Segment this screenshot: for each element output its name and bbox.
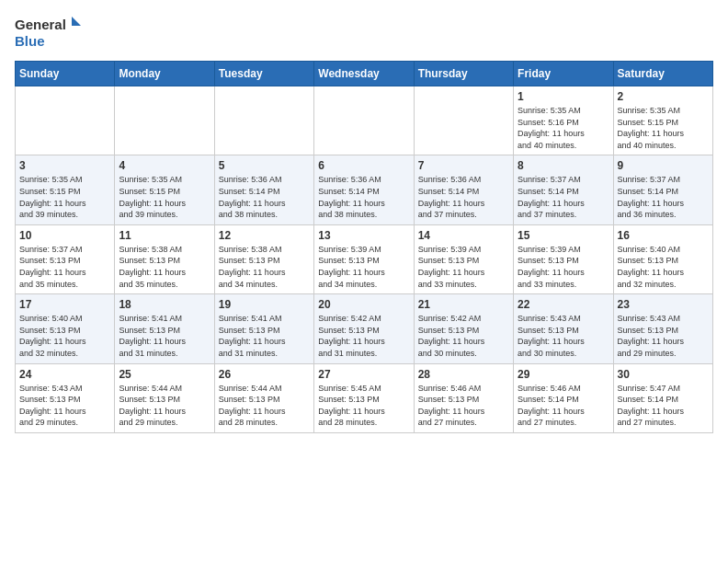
weekday-header-thursday: Thursday [414,62,513,86]
day-info: Sunrise: 5:44 AM Sunset: 5:13 PM Dayligh… [219,383,310,429]
svg-text:General: General [15,17,66,32]
logo-svg: General Blue [15,15,88,53]
day-number: 18 [119,298,210,311]
day-number: 14 [418,229,509,242]
day-info: Sunrise: 5:44 AM Sunset: 5:13 PM Dayligh… [119,383,210,429]
day-number: 4 [119,159,210,172]
day-number: 24 [19,368,110,381]
calendar-cell: 8Sunrise: 5:37 AM Sunset: 5:14 PM Daylig… [514,155,613,224]
day-info: Sunrise: 5:38 AM Sunset: 5:13 PM Dayligh… [119,244,210,290]
day-number: 2 [618,90,709,103]
calendar-week-row: 10Sunrise: 5:37 AM Sunset: 5:13 PM Dayli… [16,224,713,293]
calendar-cell: 27Sunrise: 5:45 AM Sunset: 5:13 PM Dayli… [314,363,414,432]
day-number: 5 [219,159,310,172]
day-info: Sunrise: 5:37 AM Sunset: 5:14 PM Dayligh… [618,174,709,220]
calendar-cell: 2Sunrise: 5:35 AM Sunset: 5:15 PM Daylig… [613,86,712,155]
day-number: 29 [518,368,609,381]
calendar-cell: 28Sunrise: 5:46 AM Sunset: 5:13 PM Dayli… [414,363,513,432]
day-number: 7 [418,159,509,172]
calendar-cell: 19Sunrise: 5:41 AM Sunset: 5:13 PM Dayli… [214,294,313,363]
calendar-cell: 1Sunrise: 5:35 AM Sunset: 5:16 PM Daylig… [514,86,613,155]
calendar-cell: 15Sunrise: 5:39 AM Sunset: 5:13 PM Dayli… [514,224,613,293]
day-number: 11 [119,229,210,242]
calendar-cell: 25Sunrise: 5:44 AM Sunset: 5:13 PM Dayli… [115,363,214,432]
svg-marker-1 [72,17,81,26]
calendar-cell: 13Sunrise: 5:39 AM Sunset: 5:13 PM Dayli… [314,224,414,293]
weekday-header-sunday: Sunday [16,62,115,86]
calendar-cell [214,86,313,155]
day-number: 21 [418,298,509,311]
day-info: Sunrise: 5:37 AM Sunset: 5:13 PM Dayligh… [19,244,110,290]
day-info: Sunrise: 5:47 AM Sunset: 5:14 PM Dayligh… [618,383,709,429]
calendar-cell: 10Sunrise: 5:37 AM Sunset: 5:13 PM Dayli… [16,224,115,293]
day-info: Sunrise: 5:39 AM Sunset: 5:13 PM Dayligh… [418,244,509,290]
weekday-header-wednesday: Wednesday [314,62,414,86]
calendar-cell: 21Sunrise: 5:42 AM Sunset: 5:13 PM Dayli… [414,294,513,363]
day-number: 19 [219,298,310,311]
calendar-table: SundayMondayTuesdayWednesdayThursdayFrid… [15,61,713,433]
day-number: 17 [19,298,110,311]
day-number: 26 [219,368,310,381]
calendar-cell: 14Sunrise: 5:39 AM Sunset: 5:13 PM Dayli… [414,224,513,293]
calendar-cell: 23Sunrise: 5:43 AM Sunset: 5:13 PM Dayli… [613,294,712,363]
calendar-cell: 24Sunrise: 5:43 AM Sunset: 5:13 PM Dayli… [16,363,115,432]
calendar-cell: 17Sunrise: 5:40 AM Sunset: 5:13 PM Dayli… [16,294,115,363]
day-number: 8 [518,159,609,172]
calendar-week-row: 1Sunrise: 5:35 AM Sunset: 5:16 PM Daylig… [16,86,713,155]
day-info: Sunrise: 5:43 AM Sunset: 5:13 PM Dayligh… [518,313,609,359]
calendar-cell: 12Sunrise: 5:38 AM Sunset: 5:13 PM Dayli… [214,224,313,293]
calendar-cell [16,86,115,155]
day-info: Sunrise: 5:45 AM Sunset: 5:13 PM Dayligh… [318,383,409,429]
day-info: Sunrise: 5:35 AM Sunset: 5:15 PM Dayligh… [19,174,110,220]
day-number: 15 [518,229,609,242]
calendar-cell: 20Sunrise: 5:42 AM Sunset: 5:13 PM Dayli… [314,294,414,363]
day-number: 6 [318,159,409,172]
day-info: Sunrise: 5:42 AM Sunset: 5:13 PM Dayligh… [318,313,409,359]
calendar-cell: 29Sunrise: 5:46 AM Sunset: 5:14 PM Dayli… [514,363,613,432]
svg-text:Blue: Blue [15,33,45,49]
day-info: Sunrise: 5:46 AM Sunset: 5:14 PM Dayligh… [518,383,609,429]
calendar-cell: 5Sunrise: 5:36 AM Sunset: 5:14 PM Daylig… [214,155,313,224]
day-number: 9 [618,159,709,172]
day-info: Sunrise: 5:36 AM Sunset: 5:14 PM Dayligh… [418,174,509,220]
calendar-week-row: 17Sunrise: 5:40 AM Sunset: 5:13 PM Dayli… [16,294,713,363]
page-header: General Blue [15,15,713,53]
weekday-header-row: SundayMondayTuesdayWednesdayThursdayFrid… [16,62,713,86]
day-info: Sunrise: 5:41 AM Sunset: 5:13 PM Dayligh… [119,313,210,359]
day-info: Sunrise: 5:41 AM Sunset: 5:13 PM Dayligh… [219,313,310,359]
day-info: Sunrise: 5:43 AM Sunset: 5:13 PM Dayligh… [618,313,709,359]
day-info: Sunrise: 5:37 AM Sunset: 5:14 PM Dayligh… [518,174,609,220]
calendar-cell: 30Sunrise: 5:47 AM Sunset: 5:14 PM Dayli… [613,363,712,432]
day-info: Sunrise: 5:40 AM Sunset: 5:13 PM Dayligh… [19,313,110,359]
day-number: 1 [518,90,609,103]
day-number: 23 [618,298,709,311]
day-info: Sunrise: 5:39 AM Sunset: 5:13 PM Dayligh… [518,244,609,290]
day-info: Sunrise: 5:40 AM Sunset: 5:13 PM Dayligh… [618,244,709,290]
logo: General Blue [15,15,88,53]
day-number: 3 [19,159,110,172]
day-info: Sunrise: 5:43 AM Sunset: 5:13 PM Dayligh… [19,383,110,429]
day-info: Sunrise: 5:42 AM Sunset: 5:13 PM Dayligh… [418,313,509,359]
calendar-cell: 7Sunrise: 5:36 AM Sunset: 5:14 PM Daylig… [414,155,513,224]
day-number: 22 [518,298,609,311]
weekday-header-monday: Monday [115,62,214,86]
calendar-cell [115,86,214,155]
day-info: Sunrise: 5:46 AM Sunset: 5:13 PM Dayligh… [418,383,509,429]
calendar-cell: 22Sunrise: 5:43 AM Sunset: 5:13 PM Dayli… [514,294,613,363]
calendar-week-row: 24Sunrise: 5:43 AM Sunset: 5:13 PM Dayli… [16,363,713,432]
day-info: Sunrise: 5:35 AM Sunset: 5:16 PM Dayligh… [518,105,609,151]
weekday-header-friday: Friday [514,62,613,86]
calendar-cell: 26Sunrise: 5:44 AM Sunset: 5:13 PM Dayli… [214,363,313,432]
day-info: Sunrise: 5:39 AM Sunset: 5:13 PM Dayligh… [318,244,409,290]
day-number: 30 [618,368,709,381]
day-number: 10 [19,229,110,242]
calendar-week-row: 3Sunrise: 5:35 AM Sunset: 5:15 PM Daylig… [16,155,713,224]
day-number: 20 [318,298,409,311]
day-number: 27 [318,368,409,381]
day-number: 16 [618,229,709,242]
calendar-cell: 4Sunrise: 5:35 AM Sunset: 5:15 PM Daylig… [115,155,214,224]
day-info: Sunrise: 5:36 AM Sunset: 5:14 PM Dayligh… [318,174,409,220]
day-number: 28 [418,368,509,381]
weekday-header-saturday: Saturday [613,62,712,86]
day-info: Sunrise: 5:35 AM Sunset: 5:15 PM Dayligh… [119,174,210,220]
